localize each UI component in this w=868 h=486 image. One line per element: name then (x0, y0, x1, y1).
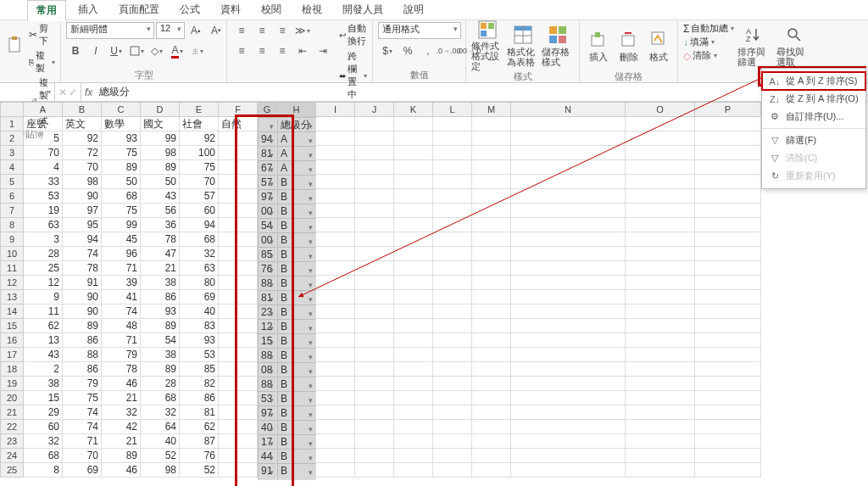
cell[interactable] (472, 175, 511, 189)
cell[interactable] (472, 391, 511, 405)
cell[interactable]: 63 (180, 261, 219, 276)
cell[interactable]: 62 (24, 319, 63, 333)
indent-inc-button[interactable]: ⇥ (314, 42, 332, 59)
cell[interactable] (355, 463, 394, 478)
cell[interactable] (316, 391, 355, 405)
fill-color-button[interactable]: ◇▾ (147, 42, 166, 59)
cell[interactable]: 75 (102, 146, 141, 160)
insert-cells-button[interactable]: 插入 (585, 22, 612, 70)
cell[interactable] (394, 319, 433, 333)
sort-filter-button[interactable]: AZ排序與篩選 (737, 22, 773, 70)
cell[interactable] (472, 463, 511, 478)
fill-button[interactable]: ↓填滿▾ (683, 36, 734, 48)
cell[interactable] (316, 131, 355, 146)
cell[interactable]: 15 (24, 391, 63, 405)
cell[interactable] (511, 117, 626, 131)
cell[interactable]: 74 (102, 304, 141, 319)
conditional-formatting-button[interactable]: 條件式格式設定 (471, 22, 504, 70)
cell[interactable] (695, 131, 761, 146)
cell[interactable] (355, 189, 394, 204)
cell[interactable]: 70 (180, 175, 219, 189)
cell[interactable] (472, 348, 511, 362)
tab-formulas[interactable]: 公式 (171, 0, 209, 20)
cell[interactable]: 11 (24, 304, 63, 319)
cell[interactable]: 52 (141, 449, 180, 463)
cell[interactable] (394, 304, 433, 319)
cell[interactable] (695, 204, 761, 218)
cell[interactable]: 28 (24, 247, 63, 261)
cell[interactable] (355, 232, 394, 247)
cell[interactable]: 32 (24, 434, 63, 449)
cell[interactable] (626, 290, 695, 304)
cell[interactable]: 28 (141, 377, 180, 391)
cell[interactable]: 83 (180, 319, 219, 333)
column-header-N[interactable]: N (511, 102, 626, 117)
cell[interactable] (695, 362, 761, 377)
cell[interactable]: 93 (141, 304, 180, 319)
cell[interactable] (511, 449, 626, 463)
cell[interactable]: 74 (63, 405, 102, 420)
cell[interactable] (626, 319, 695, 333)
cell[interactable]: 53 (24, 189, 63, 204)
cell[interactable] (695, 247, 761, 261)
cell[interactable] (695, 290, 761, 304)
cell[interactable] (472, 362, 511, 377)
cell[interactable] (316, 463, 355, 478)
currency-button[interactable]: $▾ (378, 42, 397, 59)
find-select-button[interactable]: 尋找與選取 (776, 22, 812, 70)
cell[interactable]: 社會 (180, 117, 219, 131)
cell[interactable] (219, 276, 258, 290)
cell[interactable] (219, 304, 258, 319)
cell[interactable] (433, 117, 472, 131)
column-header-C[interactable]: C (102, 102, 141, 117)
cell[interactable] (511, 146, 626, 160)
cell[interactable]: 8 (24, 463, 63, 478)
cell[interactable] (394, 290, 433, 304)
cell[interactable]: 93 (102, 131, 141, 146)
cell[interactable]: 86 (63, 362, 102, 377)
cell[interactable]: 76 (180, 449, 219, 463)
tab-insert[interactable]: 插入 (70, 0, 107, 20)
cell[interactable]: 68 (180, 232, 219, 247)
cell[interactable] (394, 434, 433, 449)
cell[interactable] (695, 146, 761, 160)
cell[interactable]: 75 (180, 160, 219, 175)
cell[interactable] (355, 218, 394, 232)
cell[interactable] (394, 117, 433, 131)
cell[interactable]: 63 (24, 218, 63, 232)
cell[interactable] (219, 247, 258, 261)
cell[interactable]: 38 (24, 377, 63, 391)
font-name-select[interactable]: 新細明體 (66, 22, 154, 39)
cell[interactable] (472, 290, 511, 304)
cell[interactable] (626, 131, 695, 146)
cell[interactable] (355, 420, 394, 434)
cell[interactable] (219, 290, 258, 304)
cell[interactable] (316, 160, 355, 175)
cell[interactable]: 97 (63, 204, 102, 218)
cell[interactable] (511, 304, 626, 319)
cell[interactable] (472, 420, 511, 434)
cell[interactable]: 3 (24, 232, 63, 247)
row-header[interactable]: 18 (0, 362, 24, 377)
cell[interactable]: 46 (102, 377, 141, 391)
cell[interactable]: 64 (141, 420, 180, 434)
orientation-button[interactable]: ≫▾ (293, 22, 312, 39)
cell[interactable]: 98 (141, 463, 180, 478)
cell[interactable] (695, 377, 761, 391)
cell[interactable] (394, 420, 433, 434)
cell[interactable] (316, 362, 355, 377)
column-header-M[interactable]: M (472, 102, 511, 117)
cell[interactable]: 數學 (102, 117, 141, 131)
cell[interactable]: 46 (102, 463, 141, 478)
cell[interactable]: 98 (63, 175, 102, 189)
column-header-H[interactable]: H (277, 102, 316, 117)
cell[interactable] (695, 232, 761, 247)
cell[interactable] (472, 117, 511, 131)
row-header[interactable]: 21 (0, 405, 24, 420)
cell[interactable]: 47 (141, 247, 180, 261)
cell[interactable] (433, 434, 472, 449)
cell[interactable]: 69 (180, 290, 219, 304)
cell[interactable] (394, 247, 433, 261)
enter-fx-icon[interactable]: ✓ (69, 87, 77, 98)
percent-button[interactable]: % (398, 42, 417, 59)
